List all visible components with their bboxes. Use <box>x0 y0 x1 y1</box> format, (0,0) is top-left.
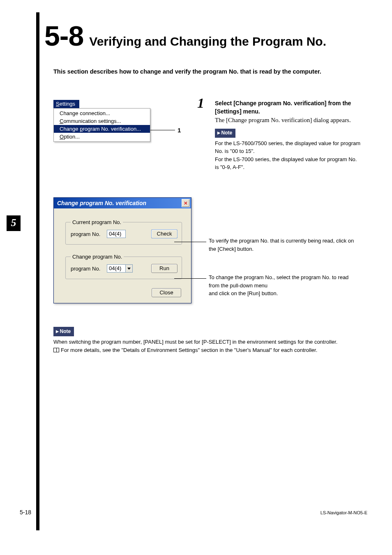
side-rule <box>36 12 39 530</box>
dialog-title: Change program No. verification <box>57 200 146 206</box>
current-program-value: 04(4) <box>107 230 126 238</box>
callout-line-menu <box>150 130 175 130</box>
change-program-legend: Change program No. <box>71 254 124 260</box>
step-number: 1 <box>197 95 204 111</box>
step-instructions: Select [Change program No. verification]… <box>215 99 361 171</box>
change-program-dialog: Change program No. verification × Curren… <box>53 197 191 303</box>
change-program-group: Change program No. program No. 04(4) Run <box>65 254 182 279</box>
step-title: Select [Change program No. verification]… <box>215 99 361 116</box>
program-no-dropdown[interactable]: 04(4) <box>107 264 133 273</box>
book-icon <box>53 348 59 352</box>
change-program-label: program No. <box>71 266 104 272</box>
section-header: 5-8 Verifying and Changing the Program N… <box>44 20 365 52</box>
run-button[interactable]: Run <box>151 264 178 273</box>
note-badge: Note <box>215 129 235 137</box>
chevron-down-icon[interactable] <box>126 264 133 273</box>
explain-run: To change the program No., select the pr… <box>209 273 357 298</box>
dialog-titlebar: Change program No. verification × <box>54 198 191 208</box>
step-body: The [Change program No. verification] di… <box>215 116 361 125</box>
chapter-tab: 5 <box>7 215 21 231</box>
check-button[interactable]: Check <box>151 229 178 238</box>
callout-line-check <box>174 242 206 242</box>
current-program-group: Current program No. program No. 04(4) Ch… <box>65 219 182 245</box>
note-body-2: For the LS-7000 series, the displayed va… <box>215 155 361 171</box>
settings-menu-body: Change connection... Communication setti… <box>53 108 150 142</box>
menu-item-communication-settings[interactable]: Communication settings... <box>54 117 150 125</box>
callout-label-menu: 1 <box>178 127 181 134</box>
menu-item-change-connection[interactable]: Change connection... <box>54 109 150 117</box>
menu-item-option[interactable]: Option... <box>54 133 150 141</box>
current-program-label: program No. <box>71 231 104 237</box>
doc-id: LS-Navigator-M-NO5-E <box>321 510 367 515</box>
settings-menu-figure: Settings Change connection... Communicat… <box>53 100 187 142</box>
current-program-legend: Current program No. <box>71 219 123 225</box>
callout-line-run <box>174 278 206 279</box>
close-button[interactable]: Close <box>152 288 181 297</box>
settings-menu-title: Settings <box>53 100 79 108</box>
section-intro: This section describes how to change and… <box>53 68 321 75</box>
section-title: Verifying and Changing the Program No. <box>89 35 326 49</box>
note-badge-2: Note <box>53 327 74 336</box>
note2-line2: For more details, see the "Details of En… <box>53 346 366 354</box>
menu-item-change-program-verification[interactable]: Change program No. verification... <box>54 125 150 133</box>
program-no-value: 04(4) <box>107 264 126 273</box>
note-body-1: For the LS-7600/7500 series, the display… <box>215 139 361 155</box>
page-number: 5-18 <box>20 509 31 516</box>
explain-check: To verify the program No. that is curren… <box>209 237 357 253</box>
bottom-note: Note When switching the program number, … <box>53 327 366 354</box>
note2-line1: When switching the program number, [PANE… <box>53 338 366 346</box>
close-icon[interactable]: × <box>182 199 190 207</box>
section-number: 5-8 <box>44 20 83 52</box>
